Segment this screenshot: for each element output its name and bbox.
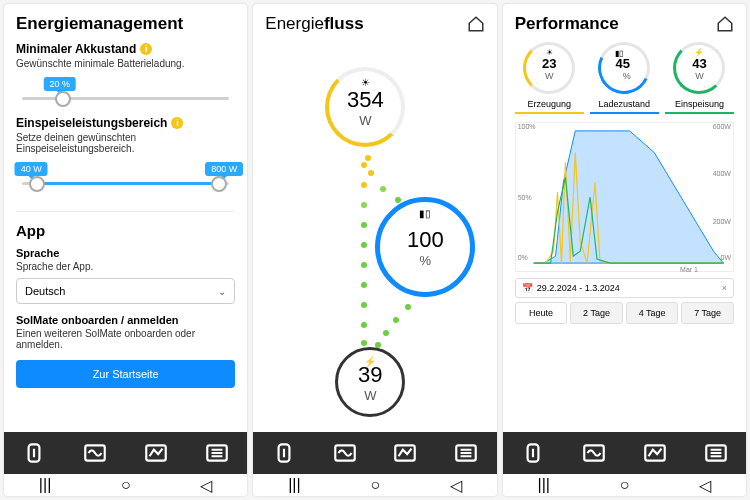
range-buttons: Heute 2 Tage 4 Tage 7 Tage xyxy=(515,302,734,324)
solar-node[interactable]: ☀ 354 W xyxy=(325,67,405,147)
home-button[interactable]: Zur Startseite xyxy=(16,360,235,388)
nav-wave-icon[interactable] xyxy=(314,432,375,474)
onboard-desc: Einen weiteren SolMate onboarden oder an… xyxy=(16,328,235,350)
android-nav: ||| ○ ◁ xyxy=(4,474,247,496)
range-7tage[interactable]: 7 Tage xyxy=(681,302,734,324)
feed-range-desc: Setze deinen gewünschten Einspeiseleistu… xyxy=(16,132,235,154)
language-select[interactable]: Deutsch ⌄ xyxy=(16,278,235,304)
home-icon[interactable]: ○ xyxy=(370,476,380,494)
bottom-nav xyxy=(503,432,746,474)
recent-apps-icon[interactable]: ||| xyxy=(288,476,300,494)
date-range-picker[interactable]: 📅 29.2.2024 - 1.3.2024 × xyxy=(515,278,734,298)
feed-node[interactable]: ⚡ 39 W xyxy=(335,347,405,417)
home-icon[interactable]: ○ xyxy=(620,476,630,494)
language-label: Sprache xyxy=(16,247,235,259)
range-4tage[interactable]: 4 Tage xyxy=(626,302,679,324)
plug-icon: ⚡ xyxy=(694,48,704,57)
bottom-nav xyxy=(4,432,247,474)
performance-chart[interactable]: 100% 50% 0% 600W 400W 200W 0W Mar 1 xyxy=(515,122,734,272)
calendar-icon: 📅 xyxy=(522,283,533,293)
close-icon[interactable]: × xyxy=(722,283,727,293)
metric-erzeugung[interactable]: ☀23W Erzeugung xyxy=(515,42,584,114)
nav-menu-icon[interactable] xyxy=(186,432,247,474)
nav-menu-icon[interactable] xyxy=(685,432,746,474)
feed-high-badge: 800 W xyxy=(205,162,243,176)
battery-unit: % xyxy=(420,253,432,268)
language-desc: Sprache der App. xyxy=(16,261,235,272)
home-icon[interactable] xyxy=(716,15,734,33)
page-title: Energiefluss xyxy=(265,14,363,34)
back-icon[interactable]: ◁ xyxy=(699,476,711,495)
battery-icon: ▮▯ xyxy=(419,208,431,219)
battery-node[interactable]: ▮▯ 100 % xyxy=(375,197,475,297)
metric-label: Einspeisung xyxy=(665,96,734,114)
nav-wave-icon[interactable] xyxy=(563,432,624,474)
back-icon[interactable]: ◁ xyxy=(450,476,462,495)
solar-value: 354 xyxy=(347,87,384,113)
recent-apps-icon[interactable]: ||| xyxy=(538,476,550,494)
android-nav: ||| ○ ◁ xyxy=(253,474,496,496)
nav-wave-icon[interactable] xyxy=(65,432,126,474)
nav-battery-icon[interactable] xyxy=(253,432,314,474)
metric-label: Ladezustand xyxy=(590,96,659,114)
nav-battery-icon[interactable] xyxy=(4,432,65,474)
x-axis-label: Mar 1 xyxy=(680,266,698,273)
bottom-nav xyxy=(253,432,496,474)
app-section-title: App xyxy=(16,222,235,239)
info-icon[interactable]: i xyxy=(140,43,152,55)
chevron-down-icon: ⌄ xyxy=(218,286,226,297)
home-icon[interactable] xyxy=(467,15,485,33)
recent-apps-icon[interactable]: ||| xyxy=(39,476,51,494)
sun-icon: ☀ xyxy=(546,48,553,57)
range-heute[interactable]: Heute xyxy=(515,302,568,324)
nav-chart-icon[interactable] xyxy=(126,432,187,474)
page-title: Energiemanagement xyxy=(16,14,183,34)
language-value: Deutsch xyxy=(25,285,65,297)
energy-flow-screen: Energiefluss ☀ 354 W ▮▯ 100 % xyxy=(253,4,496,496)
min-battery-label: Minimaler Akkustand i xyxy=(16,42,235,56)
range-2tage[interactable]: 2 Tage xyxy=(570,302,623,324)
feed-unit: W xyxy=(364,388,376,403)
feed-range-label: Einspeiseleistungsbereich i xyxy=(16,116,235,130)
plug-icon: ⚡ xyxy=(364,356,376,367)
nav-chart-icon[interactable] xyxy=(624,432,685,474)
page-title: Performance xyxy=(515,14,619,34)
settings-screen: Energiemanagement Minimaler Akkustand i … xyxy=(4,4,247,496)
min-battery-slider[interactable]: 20 % xyxy=(16,79,235,116)
nav-menu-icon[interactable] xyxy=(436,432,497,474)
back-icon[interactable]: ◁ xyxy=(200,476,212,495)
min-battery-desc: Gewünschte minimale Batterieladung. xyxy=(16,58,235,69)
min-battery-badge: 20 % xyxy=(44,77,77,91)
metric-einspeisung[interactable]: ⚡43W Einspeisung xyxy=(665,42,734,114)
feed-range-slider[interactable]: 40 W 800 W xyxy=(16,164,235,201)
home-icon[interactable]: ○ xyxy=(121,476,131,494)
nav-chart-icon[interactable] xyxy=(375,432,436,474)
metric-label: Erzeugung xyxy=(515,96,584,114)
feed-low-badge: 40 W xyxy=(15,162,48,176)
sun-icon: ☀ xyxy=(361,77,370,88)
battery-value: 100 xyxy=(407,227,444,253)
metric-ladezustand[interactable]: ▮▯45% Ladezustand xyxy=(590,42,659,114)
solar-unit: W xyxy=(359,113,371,128)
date-range-value: 29.2.2024 - 1.3.2024 xyxy=(537,283,620,293)
onboard-label: SolMate onboarden / anmelden xyxy=(16,314,235,326)
performance-screen: Performance ☀23W Erzeugung ▮▯45% Ladezus… xyxy=(503,4,746,496)
nav-battery-icon[interactable] xyxy=(503,432,564,474)
android-nav: ||| ○ ◁ xyxy=(503,474,746,496)
info-icon[interactable]: i xyxy=(171,117,183,129)
